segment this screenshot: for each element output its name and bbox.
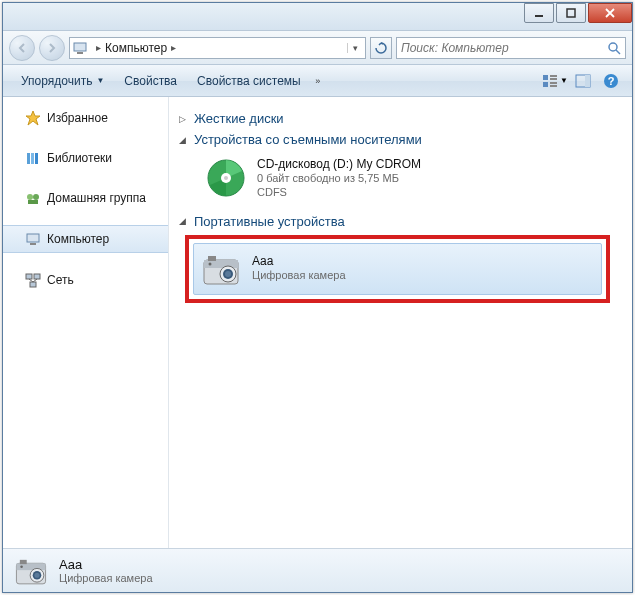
statusbar: Aaa Цифровая камера [3, 548, 632, 592]
svg-rect-2 [74, 43, 86, 51]
svg-point-19 [33, 194, 39, 200]
command-bar: Упорядочить▼ Свойства Свойства системы »… [3, 65, 632, 97]
device-camera[interactable]: Aaa Цифровая камера [193, 243, 602, 295]
expand-icon: ◢ [179, 135, 189, 145]
content-pane: ▷ Жесткие диски ◢ Устройства со съемными… [169, 97, 632, 548]
svg-rect-24 [34, 274, 40, 279]
collapse-icon: ▷ [179, 114, 189, 124]
svg-text:?: ? [608, 75, 615, 87]
svg-rect-6 [550, 75, 557, 77]
camera-icon [200, 248, 242, 290]
svg-rect-25 [30, 282, 36, 287]
section-hdd[interactable]: ▷ Жесткие диски [179, 111, 618, 126]
network-icon [25, 272, 41, 288]
section-portable[interactable]: ◢ Портативные устройства [179, 214, 618, 229]
svg-point-36 [209, 262, 212, 265]
sidebar-item-computer[interactable]: Компьютер [3, 225, 168, 253]
breadcrumb-item[interactable]: Компьютер [105, 41, 167, 55]
highlight-annotation: Aaa Цифровая камера [185, 235, 610, 303]
properties-button[interactable]: Свойства [114, 70, 187, 92]
chevron-right-icon: ▸ [96, 42, 101, 53]
sidebar-item-favorites[interactable]: Избранное [3, 105, 168, 131]
nav-forward-button[interactable] [39, 35, 65, 61]
view-mode-button[interactable]: ▼ [542, 70, 568, 92]
section-label: Жесткие диски [194, 111, 284, 126]
sidebar: Избранное Библиотеки Домашняя группа Ком… [3, 97, 169, 548]
svg-rect-10 [550, 85, 557, 87]
svg-rect-8 [543, 82, 548, 87]
svg-rect-22 [30, 243, 36, 245]
sidebar-item-label: Сеть [47, 273, 74, 287]
svg-point-34 [225, 271, 231, 277]
sidebar-item-libraries[interactable]: Библиотеки [3, 145, 168, 171]
section-label: Устройства со съемными носителями [194, 132, 422, 147]
svg-rect-1 [567, 9, 575, 17]
svg-rect-23 [26, 274, 32, 279]
section-label: Портативные устройства [194, 214, 345, 229]
search-box[interactable] [396, 37, 626, 59]
computer-icon [25, 231, 41, 247]
sidebar-item-label: Библиотеки [47, 151, 112, 165]
svg-point-29 [224, 176, 228, 180]
svg-rect-16 [31, 153, 34, 164]
svg-rect-20 [28, 200, 38, 204]
device-title: Aaa [252, 254, 346, 268]
star-icon [25, 110, 41, 126]
device-text: CD-дисковод (D:) My CDROM 0 байт свободн… [257, 157, 421, 200]
device-text: Aaa Цифровая камера [252, 254, 346, 282]
close-button[interactable] [588, 3, 632, 23]
search-icon [607, 41, 621, 55]
minimize-button[interactable] [524, 3, 554, 23]
svg-rect-3 [77, 52, 83, 54]
library-icon [25, 150, 41, 166]
overflow-button[interactable]: » [311, 76, 325, 86]
organize-button[interactable]: Упорядочить▼ [11, 70, 114, 92]
svg-point-41 [34, 572, 39, 577]
svg-rect-15 [27, 153, 30, 164]
svg-rect-9 [550, 82, 557, 84]
svg-rect-5 [543, 75, 548, 80]
refresh-button[interactable] [370, 37, 392, 59]
cd-drive-icon [205, 157, 247, 199]
sidebar-item-label: Избранное [47, 111, 108, 125]
sidebar-item-homegroup[interactable]: Домашняя группа [3, 185, 168, 211]
device-subtitle: Цифровая камера [252, 268, 346, 282]
svg-rect-12 [585, 75, 590, 87]
device-subtitle: 0 байт свободно из 5,75 МБ [257, 171, 421, 185]
sidebar-item-label: Домашняя группа [47, 191, 146, 205]
status-title: Aaa [59, 557, 153, 572]
svg-point-43 [20, 565, 23, 568]
maximize-button[interactable] [556, 3, 586, 23]
address-bar[interactable]: ▸ Компьютер ▸ ▾ [69, 37, 366, 59]
nav-back-button[interactable] [9, 35, 35, 61]
expand-icon: ◢ [179, 216, 189, 226]
svg-rect-0 [535, 15, 543, 17]
svg-rect-42 [20, 559, 27, 563]
main-area: Избранное Библиотеки Домашняя группа Ком… [3, 97, 632, 548]
svg-point-18 [27, 194, 33, 200]
explorer-window: ▸ Компьютер ▸ ▾ Упорядочить▼ Свойства Св… [2, 2, 633, 593]
svg-rect-17 [35, 153, 38, 164]
sidebar-item-label: Компьютер [47, 232, 109, 246]
status-text: Aaa Цифровая камера [59, 557, 153, 584]
address-dropdown-button[interactable]: ▾ [347, 43, 363, 53]
status-subtitle: Цифровая камера [59, 572, 153, 584]
sidebar-item-network[interactable]: Сеть [3, 267, 168, 293]
preview-pane-button[interactable] [570, 70, 596, 92]
system-properties-button[interactable]: Свойства системы [187, 70, 311, 92]
section-removable[interactable]: ◢ Устройства со съемными носителями [179, 132, 618, 147]
search-input[interactable] [401, 41, 607, 55]
device-title: CD-дисковод (D:) My CDROM [257, 157, 421, 171]
device-filesystem: CDFS [257, 185, 421, 199]
navbar: ▸ Компьютер ▸ ▾ [3, 31, 632, 65]
svg-rect-21 [27, 234, 39, 242]
chevron-right-icon[interactable]: ▸ [171, 42, 176, 53]
camera-icon [13, 553, 49, 589]
svg-rect-35 [208, 256, 216, 261]
device-cd-drive[interactable]: CD-дисковод (D:) My CDROM 0 байт свободн… [199, 153, 618, 204]
help-button[interactable]: ? [598, 70, 624, 92]
svg-point-4 [609, 43, 617, 51]
computer-icon [72, 40, 88, 56]
titlebar [3, 3, 632, 31]
svg-rect-7 [550, 78, 557, 80]
